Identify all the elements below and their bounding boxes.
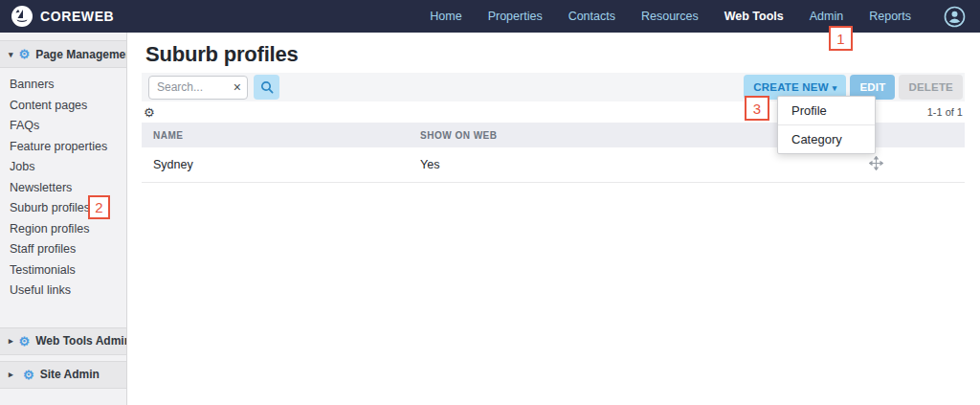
sidebar-section-label: Page Management [35,48,126,61]
caret-down-icon: ▾ [9,50,13,59]
dropdown-item-profile[interactable]: Profile [778,97,875,125]
sidebar-item-region-profiles[interactable]: Region profiles [0,219,126,240]
caret-down-icon: ▾ [833,83,837,93]
user-avatar-icon[interactable] [943,5,967,29]
nav-item-contacts[interactable]: Contacts [568,10,615,23]
nav-item-reports[interactable]: Reports [869,10,911,23]
move-row-icon[interactable] [869,156,883,170]
search-icon [260,80,274,94]
nav-item-properties[interactable]: Properties [488,10,543,23]
caret-right-icon: ▸ [9,336,13,346]
gear-icon: ⚙ [23,369,34,381]
caret-right-icon: ▸ [9,370,17,379]
dropdown-item-category[interactable]: Category [778,125,875,153]
nav-item-admin[interactable]: Admin [810,10,843,23]
sidebar-section-label: Site Admin [40,368,100,381]
pagination-info: 1-1 of 1 [927,106,963,118]
sidebar-item-content-pages[interactable]: Content pages [0,96,126,117]
brand[interactable]: COREWEB [11,6,114,27]
brand-name: COREWEB [40,9,114,24]
sidebar-section-label: Web Tools Admin [35,334,126,348]
top-nav-links: Home Properties Contacts Resources Web T… [430,5,967,29]
annotation-badge-2: 2 [88,195,110,219]
clear-search-icon[interactable]: × [234,79,241,96]
nav-item-resources[interactable]: Resources [641,10,699,23]
nav-item-home[interactable]: Home [430,10,461,23]
sidebar-item-jobs[interactable]: Jobs [0,157,126,178]
annotation-badge-1: 1 [829,26,853,51]
sidebar-section-site-admin[interactable]: ▸ ⚙ Site Admin [0,361,126,389]
sidebar-item-faqs[interactable]: FAQs [0,116,126,137]
sidebar-section-web-tools-admin[interactable]: ▸ ⚙ Web Tools Admin [0,327,126,355]
sidebar-item-useful-links[interactable]: Useful links [0,281,126,302]
annotation-badge-3: 3 [745,96,769,121]
cell-name: Sydney [142,147,409,182]
main-content: Suburb profiles × CREATE NEW▾ [127,33,980,405]
nav-item-web-tools[interactable]: Web Tools [724,10,784,23]
gear-icon: ⚙ [19,335,31,348]
delete-button[interactable]: DELETE [899,75,963,100]
gear-icon: ⚙ [19,48,31,60]
sidebar-item-feature-properties[interactable]: Feature properties [0,137,126,158]
sidebar-item-banners[interactable]: Banners [0,75,126,96]
logo-icon [11,6,33,27]
app-window: COREWEB Home Properties Contacts Resourc… [0,0,980,405]
search-button[interactable] [254,75,279,100]
sidebar-section-page-management[interactable]: ▾ ⚙ Page Management [0,40,126,68]
column-header-name[interactable]: NAME [142,123,409,147]
create-new-dropdown: Profile Category [777,96,876,154]
grid-settings-gear-icon[interactable]: ⚙ [144,106,155,119]
sidebar-item-testimonials[interactable]: Testimonials [0,260,126,281]
sidebar-item-staff-profiles[interactable]: Staff profiles [0,239,126,260]
